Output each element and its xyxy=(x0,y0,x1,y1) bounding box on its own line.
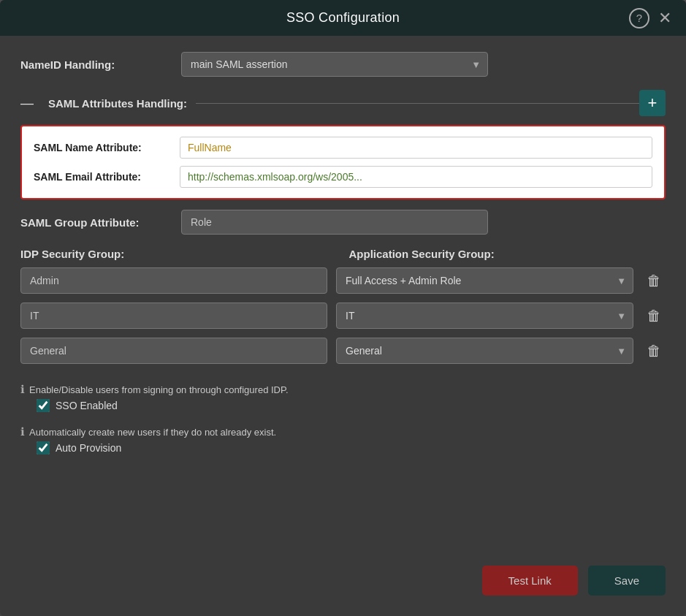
saml-email-attribute-row: SAML Email Attribute: xyxy=(34,166,652,188)
help-button[interactable]: ? xyxy=(629,8,649,28)
dialog-footer: Test Link Save xyxy=(20,558,666,596)
auto-provision-info-label: Automatically create new users if they d… xyxy=(29,427,276,438)
app-select-wrap-3: Full Access + Admin Role IT General Read… xyxy=(336,338,633,364)
header-actions: ? ✕ xyxy=(629,8,671,28)
section-header-line xyxy=(196,103,639,104)
sso-enabled-section: ℹ Enable/Disable users from signing on t… xyxy=(20,383,666,412)
add-attribute-button[interactable]: + xyxy=(639,90,666,116)
saml-group-label: SAML Group Attribute: xyxy=(20,216,181,229)
saml-email-input[interactable] xyxy=(180,166,652,188)
sso-info-label: Enable/Disable users from signing on thr… xyxy=(29,384,289,395)
saml-name-attribute-row: SAML Name Attribute: xyxy=(34,137,652,159)
security-group-row-1: Full Access + Admin Role IT General Read… xyxy=(20,267,666,294)
idp-input-3[interactable] xyxy=(20,338,327,364)
idp-security-group-header: IDP Security Group: xyxy=(20,248,338,260)
idp-input-1[interactable] xyxy=(20,267,327,294)
saml-attributes-highlight-box: SAML Name Attribute: SAML Email Attribut… xyxy=(20,125,666,199)
nameid-label: NameID Handling: xyxy=(20,58,181,71)
save-button[interactable]: Save xyxy=(588,566,666,596)
app-select-3[interactable]: Full Access + Admin Role IT General Read… xyxy=(336,338,633,364)
app-select-wrap-1: Full Access + Admin Role IT General Read… xyxy=(336,267,633,294)
sso-enabled-label[interactable]: SSO Enabled xyxy=(56,400,118,411)
idp-input-2[interactable] xyxy=(20,303,327,329)
auto-provision-label[interactable]: Auto Provision xyxy=(56,442,121,454)
dialog-title: SSO Configuration xyxy=(286,10,400,26)
auto-provision-info-icon: ℹ xyxy=(20,425,25,438)
saml-attributes-title: SAML Attributes Handling: xyxy=(48,97,187,110)
sso-info-text: ℹ Enable/Disable users from signing on t… xyxy=(20,383,666,396)
delete-row-3-button[interactable]: 🗑 xyxy=(642,340,666,362)
saml-group-row: SAML Group Attribute: xyxy=(20,210,666,235)
app-select-1[interactable]: Full Access + Admin Role IT General Read… xyxy=(336,267,633,294)
app-select-wrap-2: Full Access + Admin Role IT General Read… xyxy=(336,303,633,329)
sso-info-icon: ℹ xyxy=(20,383,25,396)
auto-provision-info-text: ℹ Automatically create new users if they… xyxy=(20,425,666,438)
dialog-body: NameID Handling: main SAML assertion Sub… xyxy=(0,36,686,616)
sso-checkbox-row: SSO Enabled xyxy=(20,399,666,412)
saml-email-label: SAML Email Attribute: xyxy=(34,171,180,183)
sso-enabled-checkbox[interactable] xyxy=(37,399,50,412)
test-link-button[interactable]: Test Link xyxy=(482,566,578,596)
auto-provision-section: ℹ Automatically create new users if they… xyxy=(20,425,666,455)
auto-provision-checkbox-row: Auto Provision xyxy=(20,441,666,455)
nameid-select[interactable]: main SAML assertion Subject Attribute xyxy=(181,52,488,77)
app-select-2[interactable]: Full Access + Admin Role IT General Read… xyxy=(336,303,633,329)
auto-provision-checkbox[interactable] xyxy=(37,441,50,455)
security-group-headers: IDP Security Group: Application Security… xyxy=(20,248,666,260)
nameid-row: NameID Handling: main SAML assertion Sub… xyxy=(20,52,666,77)
delete-row-2-button[interactable]: 🗑 xyxy=(642,305,666,327)
close-button[interactable]: ✕ xyxy=(658,10,671,26)
nameid-control: main SAML assertion Subject Attribute ▼ xyxy=(181,52,666,77)
nameid-select-wrapper: main SAML assertion Subject Attribute ▼ xyxy=(181,52,488,77)
saml-group-input[interactable] xyxy=(181,210,488,235)
app-security-group-header: Application Security Group: xyxy=(338,248,666,260)
saml-name-label: SAML Name Attribute: xyxy=(34,142,180,153)
security-group-row-3: Full Access + Admin Role IT General Read… xyxy=(20,338,666,364)
sso-configuration-dialog: SSO Configuration ? ✕ NameID Handling: m… xyxy=(0,0,686,616)
security-group-row-2: Full Access + Admin Role IT General Read… xyxy=(20,303,666,329)
delete-row-1-button[interactable]: 🗑 xyxy=(642,270,666,292)
dialog-header: SSO Configuration ? ✕ xyxy=(0,0,686,36)
saml-name-input[interactable] xyxy=(180,137,652,159)
saml-attributes-header: — SAML Attributes Handling: + xyxy=(20,90,666,116)
section-dash: — xyxy=(20,96,34,111)
